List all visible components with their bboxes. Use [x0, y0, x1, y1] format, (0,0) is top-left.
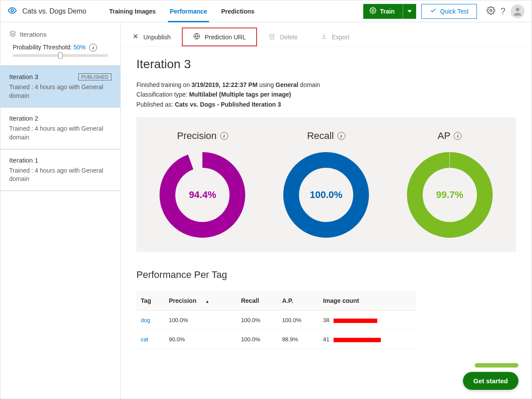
- svg-point-1: [372, 10, 374, 11]
- iteration-item[interactable]: Iteration 1Trained : 4 hours ago with Ge…: [0, 149, 120, 191]
- count-bar-icon: [334, 319, 377, 323]
- cell-recall: 100.0%: [236, 330, 278, 349]
- iteration-title: Iteration 3: [136, 57, 516, 71]
- iteration-subtitle: Trained : 4 hours ago with General domai…: [9, 83, 111, 100]
- gear-icon: [369, 7, 376, 15]
- unpublish-button[interactable]: Unpublish: [121, 28, 182, 46]
- quick-test-button[interactable]: Quick Test: [421, 4, 477, 19]
- delete-button: Delete: [257, 28, 309, 46]
- user-avatar[interactable]: [511, 4, 525, 18]
- train-button[interactable]: Train: [363, 4, 416, 19]
- threshold-value: 50%: [73, 44, 86, 51]
- layers-icon: [9, 30, 16, 38]
- metric-ap: AP i 99.7%: [406, 130, 494, 239]
- download-icon: [320, 33, 327, 41]
- threshold-slider[interactable]: [13, 54, 108, 57]
- iteration-name: Iteration 3: [9, 73, 38, 80]
- svg-marker-4: [10, 31, 15, 34]
- app-header: Cats vs. Dogs Demo Training Images Perfo…: [0, 0, 532, 22]
- export-button: Export: [309, 28, 361, 46]
- cell-image-count: 41: [319, 330, 416, 349]
- table-header[interactable]: Recall: [236, 291, 278, 311]
- cell-ap: 98.9%: [278, 330, 319, 349]
- count-bar-icon: [334, 338, 381, 342]
- project-title: Cats vs. Dogs Demo: [22, 7, 87, 15]
- progress-pill-icon: [475, 363, 518, 368]
- quick-test-label: Quick Test: [440, 8, 469, 15]
- table-row: dog 100.0% 100.0% 100.0% 38: [136, 311, 416, 330]
- table-header[interactable]: Image count: [319, 291, 416, 311]
- help-icon[interactable]: ?: [501, 6, 505, 16]
- info-icon[interactable]: i: [220, 132, 228, 140]
- metrics-panel: Precision i 94.4% Recall i 100.0% AP i 9…: [136, 117, 516, 252]
- iteration-item[interactable]: Iteration 2Trained : 4 hours ago with Ge…: [0, 108, 120, 149]
- cell-ap: 100.0%: [278, 311, 319, 330]
- close-icon: [132, 33, 139, 41]
- iteration-subtitle: Trained : 4 hours ago with General domai…: [9, 167, 111, 184]
- globe-icon: [193, 33, 200, 41]
- sort-arrow-icon: ▲: [205, 299, 209, 304]
- published-badge: PUBLISHED: [78, 73, 111, 80]
- svg-point-0: [11, 9, 14, 12]
- info-icon[interactable]: i: [454, 132, 462, 140]
- cell-recall: 100.0%: [236, 311, 278, 330]
- sidebar-header: Iterations: [0, 22, 120, 44]
- nav-tabs: Training Images Performance Predictions: [109, 0, 254, 22]
- iteration-name: Iteration 2: [9, 114, 38, 122]
- settings-icon[interactable]: [487, 6, 495, 16]
- tab-training-images[interactable]: Training Images: [109, 0, 156, 22]
- tag-link[interactable]: dog: [141, 317, 150, 323]
- table-header[interactable]: Precision▲: [164, 291, 236, 311]
- metric-title: AP i: [406, 130, 494, 142]
- metric-value: 100.0%: [282, 151, 370, 239]
- threshold-label: Probability Threshold:: [13, 44, 72, 51]
- cell-image-count: 38: [319, 311, 416, 330]
- sidebar-title: Iterations: [20, 31, 47, 38]
- metric-recall: Recall i 100.0%: [282, 130, 370, 239]
- main-content: Unpublish Prediction URL Delete Export I…: [121, 22, 532, 399]
- donut-chart: 99.7%: [406, 151, 494, 239]
- metric-value: 99.7%: [406, 151, 494, 239]
- svg-point-3: [516, 7, 520, 11]
- table-header[interactable]: A.P.: [278, 291, 319, 311]
- threshold-control: Probability Threshold: 50% i: [0, 44, 120, 66]
- iterations-sidebar: Iterations Probability Threshold: 50% i …: [0, 22, 121, 399]
- cell-precision: 100.0%: [164, 311, 236, 330]
- threshold-info-icon[interactable]: i: [89, 44, 97, 52]
- train-button-label: Train: [380, 8, 394, 15]
- customvision-logo-icon: [7, 6, 17, 17]
- tag-link[interactable]: cat: [141, 336, 148, 343]
- donut-chart: 100.0%: [282, 151, 370, 239]
- iteration-subtitle: Trained : 4 hours ago with General domai…: [9, 125, 111, 142]
- iteration-meta: Finished training on 3/19/2019, 12:22:37…: [136, 80, 516, 109]
- cell-precision: 90.0%: [164, 330, 236, 349]
- tab-predictions[interactable]: Predictions: [221, 0, 254, 22]
- metric-precision: Precision i 94.4%: [159, 130, 246, 239]
- donut-chart: 94.4%: [159, 151, 246, 239]
- prediction-url-button[interactable]: Prediction URL: [182, 28, 257, 46]
- table-header[interactable]: Tag: [136, 291, 164, 311]
- get-started-button[interactable]: Get started: [463, 372, 518, 390]
- table-row: cat 90.0% 100.0% 98.9% 41: [136, 330, 416, 349]
- tab-performance[interactable]: Performance: [170, 0, 207, 22]
- metric-value: 94.4%: [159, 151, 246, 239]
- metric-title: Recall i: [282, 130, 370, 142]
- svg-point-2: [490, 10, 492, 12]
- iteration-item[interactable]: Iteration 3PUBLISHEDTrained : 4 hours ag…: [0, 66, 120, 108]
- info-icon[interactable]: i: [337, 132, 345, 140]
- trash-icon: [268, 33, 275, 41]
- metric-title: Precision i: [159, 130, 246, 142]
- performance-per-tag-title: Performance Per Tag: [136, 269, 516, 281]
- iteration-name: Iteration 1: [9, 156, 38, 164]
- iteration-toolbar: Unpublish Prediction URL Delete Export: [121, 22, 532, 47]
- check-icon: [430, 7, 437, 15]
- performance-table: TagPrecision▲RecallA.P.Image count dog 1…: [136, 291, 416, 349]
- train-dropdown-caret[interactable]: [403, 4, 416, 19]
